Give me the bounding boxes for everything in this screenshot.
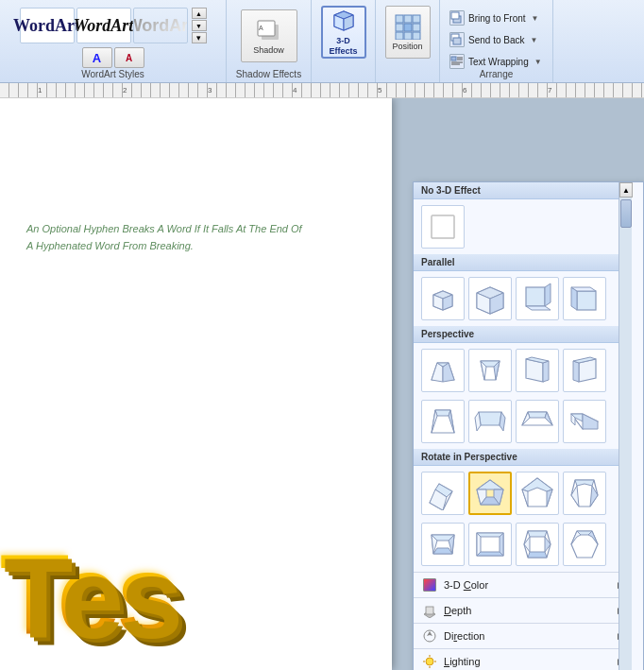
3d-effects-btn[interactable]: 3-DEffects: [321, 6, 366, 59]
parallel-cube-4: [568, 282, 602, 316]
svg-marker-82: [575, 480, 594, 486]
svg-marker-64: [545, 412, 552, 425]
rotate-btn-5[interactable]: [421, 523, 465, 566]
svg-marker-58: [479, 412, 501, 425]
3d-effects-section: 3-DEffects: [312, 0, 376, 82]
svg-marker-96: [528, 531, 547, 537]
send-to-back-btn[interactable]: Send to Back ▼: [446, 29, 547, 50]
bring-front-icon: [449, 10, 465, 26]
doc-text-line2: A Hyphenated Word From Breaking.: [26, 240, 194, 251]
doc-text: An Optional Hyphen Breaks A Word If It F…: [26, 221, 302, 254]
rotate-btn-7[interactable]: [516, 523, 559, 566]
wordart-style-1[interactable]: WordArt: [20, 8, 75, 43]
svg-marker-56: [432, 410, 437, 433]
arrange-section: Bring to Front ▼ Send to Back ▼: [440, 0, 553, 82]
svg-marker-62: [528, 412, 547, 418]
svg-marker-79: [522, 490, 528, 507]
perspective-btn-7[interactable]: [516, 400, 559, 443]
svg-rect-14: [404, 32, 412, 40]
perspective-btn-3[interactable]: [516, 349, 559, 392]
svg-marker-97: [524, 537, 530, 552]
no-effect-btn[interactable]: [421, 205, 465, 249]
menu-item-lighting[interactable]: Lighting ▶: [414, 648, 632, 670]
svg-rect-17: [451, 12, 459, 19]
rotate-btn-2[interactable]: [468, 472, 512, 515]
rotate-cube-2: [473, 476, 507, 510]
format-btn-A[interactable]: A: [82, 47, 112, 68]
perspective-btn-2[interactable]: [468, 349, 512, 392]
svg-marker-63: [522, 412, 530, 425]
menu-item-color[interactable]: 3-D Color ▶: [414, 572, 632, 597]
svg-marker-102: [571, 531, 581, 544]
rotate-cube-7: [520, 527, 554, 561]
rotate-btn-3[interactable]: [516, 472, 559, 515]
wordart-style-2[interactable]: WordArt: [76, 8, 131, 43]
parallel-cube-2: [473, 282, 507, 316]
perspective-cube-6: [473, 404, 507, 438]
shadow-icon: A: [254, 17, 284, 43]
ruler-numbers: 1 2 3 4 5 6 7: [0, 83, 644, 97]
perspective-btn-8[interactable]: [563, 400, 606, 443]
perspective-btn-5[interactable]: [421, 400, 465, 443]
perspective-cube-4: [568, 353, 602, 387]
depth-label: Depth: [444, 605, 612, 616]
scroll-expand-btn[interactable]: ▾: [192, 32, 207, 43]
rotate-header: Rotate in Perspective: [414, 449, 632, 466]
rotate-btn-1[interactable]: [421, 472, 465, 515]
perspective-btn-1[interactable]: [421, 349, 465, 392]
text-wrap-label: Text Wrapping: [468, 57, 529, 67]
svg-marker-68: [583, 414, 598, 429]
svg-marker-98: [545, 537, 551, 552]
rotate-btn-4[interactable]: [563, 472, 606, 515]
perspective-grid-1: [414, 343, 632, 398]
parallel-btn-2[interactable]: [468, 277, 512, 320]
parallel-btn-1[interactable]: [421, 277, 465, 320]
color-icon: [421, 576, 438, 593]
svg-marker-55: [435, 410, 450, 416]
rotate-btn-6[interactable]: [468, 523, 512, 566]
parallel-cube-1: [426, 282, 460, 316]
position-icon: [394, 13, 422, 40]
wordart-styles-section: WordArt WordArt WordArt ▲ ▼ ▾ A A WordAr…: [0, 0, 227, 82]
color-label: 3-D Color: [444, 579, 612, 591]
scroll-thumb[interactable]: [620, 199, 632, 228]
svg-rect-105: [426, 607, 433, 614]
position-btn[interactable]: Position: [385, 6, 431, 59]
doc-page: An Optional Hyphen Breaks A Word If It F…: [0, 98, 392, 670]
svg-rect-12: [413, 24, 420, 31]
rotate-btn-8[interactable]: [563, 523, 606, 566]
rotate-cube-4: [568, 476, 602, 510]
3d-effects-dropdown: No 3-D Effect Parallel: [413, 181, 644, 670]
bring-front-label: Bring to Front: [468, 13, 526, 24]
wordart-styles-row: WordArt WordArt WordArt ▲ ▼ ▾: [20, 8, 207, 43]
scroll-up[interactable]: ▲: [619, 182, 633, 198]
menu-item-depth[interactable]: Depth ▶: [414, 597, 632, 623]
wordart-3d-text[interactable]: Tes: [0, 538, 176, 651]
lighting-label: Lighting: [444, 656, 612, 667]
format-btn-row: A A: [82, 47, 144, 68]
parallel-cube-3: [520, 282, 554, 316]
perspective-cube-2: [473, 353, 507, 387]
scroll-track[interactable]: [619, 198, 632, 670]
direction-label: Direction: [444, 630, 612, 642]
wordart-style-3[interactable]: WordArt: [133, 8, 188, 43]
shadow-effects-btn[interactable]: A Shadow: [241, 9, 297, 62]
parallel-btn-4[interactable]: [563, 277, 606, 320]
bring-to-front-btn[interactable]: Bring to Front ▼: [446, 8, 547, 28]
svg-marker-94: [477, 552, 503, 556]
svg-rect-25: [432, 215, 454, 238]
perspective-btn-4[interactable]: [563, 349, 606, 392]
menu-item-direction[interactable]: Direction ▶: [414, 623, 632, 648]
perspective-btn-6[interactable]: [468, 400, 512, 443]
svg-rect-37: [577, 291, 596, 310]
parallel-btn-3[interactable]: [516, 277, 559, 320]
parallel-header: Parallel: [414, 254, 632, 271]
scroll-down-btn[interactable]: ▼: [192, 20, 207, 31]
svg-marker-78: [522, 478, 552, 491]
send-back-label: Send to Back: [468, 35, 524, 45]
svg-rect-10: [396, 24, 403, 31]
text-wrap-icon: [449, 54, 465, 69]
format-btn-color[interactable]: A: [114, 47, 144, 68]
arrange-section-label: Arrange: [440, 69, 552, 79]
scroll-up-btn[interactable]: ▲: [192, 8, 207, 19]
